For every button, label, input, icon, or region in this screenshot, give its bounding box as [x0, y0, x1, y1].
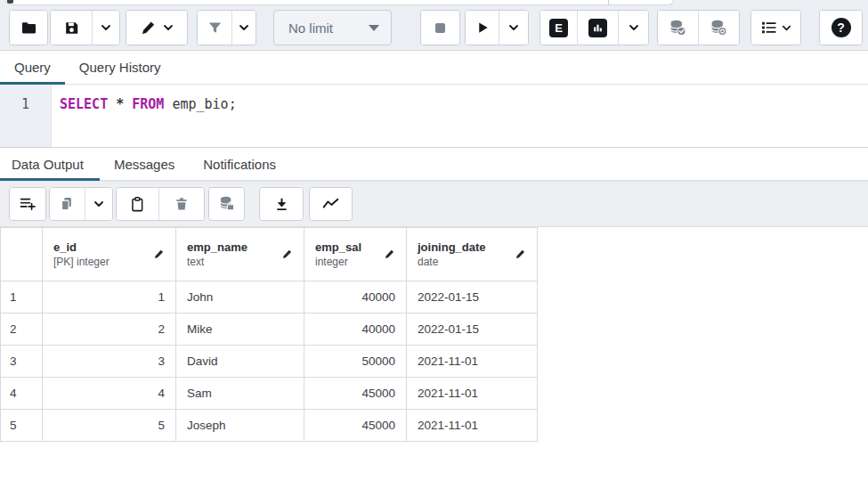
download-icon	[273, 196, 290, 213]
save-data-button[interactable]	[209, 188, 244, 220]
explain-button[interactable]: E	[540, 11, 577, 45]
column-header-emp-name[interactable]: emp_name text	[176, 228, 304, 281]
cell-emp-sal[interactable]: 50000	[304, 346, 407, 378]
table-row: 33David500002021-11-01	[1, 346, 538, 378]
cell-joining-date[interactable]: 2022-01-15	[407, 281, 538, 314]
tab-data-output[interactable]: Data Output	[0, 148, 100, 180]
rollback-db-refresh-icon	[710, 19, 728, 37]
folder-icon	[20, 20, 37, 37]
top-remnant-divider	[608, 0, 609, 5]
stop-button[interactable]	[421, 11, 459, 45]
column-header-emp-sal[interactable]: emp_sal integer	[304, 228, 407, 281]
cell-emp-sal[interactable]: 40000	[304, 281, 407, 314]
column-header-joining-date[interactable]: joining_date date	[407, 228, 538, 281]
rollback-button[interactable]	[698, 11, 739, 45]
edit-column-icon[interactable]	[378, 248, 395, 260]
cell-e-id[interactable]: 3	[43, 346, 176, 378]
row-number[interactable]: 2	[1, 314, 43, 346]
edit-column-icon[interactable]	[276, 248, 293, 260]
chevron-down-icon	[101, 22, 111, 33]
row-number[interactable]: 3	[1, 346, 43, 378]
column-name: emp_name	[187, 240, 247, 256]
query-tabbar: Query Query History	[0, 51, 868, 85]
filter-button[interactable]	[198, 11, 231, 45]
add-row-icon	[19, 195, 37, 213]
stop-square-icon	[432, 20, 449, 37]
cell-joining-date[interactable]: 2021-11-01	[407, 378, 538, 410]
filter-funnel-icon	[207, 20, 223, 37]
tab-query[interactable]: Query	[0, 51, 65, 84]
cell-emp-name[interactable]: Joseph	[176, 410, 304, 442]
add-row-button[interactable]	[10, 188, 45, 220]
cell-emp-name[interactable]: John	[176, 281, 304, 314]
column-header-e-id[interactable]: e_id [PK] integer	[43, 228, 176, 281]
row-limit-select[interactable]: No limit	[273, 10, 392, 45]
column-type: integer	[315, 255, 361, 269]
edit-column-icon[interactable]	[148, 248, 165, 260]
explain-menu-button[interactable]	[618, 11, 648, 45]
download-csv-button[interactable]	[260, 188, 303, 220]
explain-analyze-button[interactable]	[577, 11, 618, 45]
cell-emp-name[interactable]: Sam	[176, 378, 304, 410]
tab-query-history[interactable]: Query History	[65, 51, 175, 84]
explain-e-icon: E	[549, 19, 568, 37]
cell-joining-date[interactable]: 2022-01-15	[407, 314, 538, 346]
cell-emp-sal[interactable]: 45000	[304, 378, 407, 410]
table-row: 11John400002022-01-15	[1, 281, 538, 314]
cell-emp-name[interactable]: David	[176, 346, 304, 378]
paste-button[interactable]	[117, 188, 158, 220]
row-number[interactable]: 5	[1, 410, 43, 442]
cell-e-id[interactable]: 5	[43, 410, 176, 442]
grid-body: 11John400002022-01-1522Mike400002022-01-…	[1, 281, 538, 442]
cell-emp-sal[interactable]: 40000	[304, 314, 407, 346]
column-type: [PK] integer	[53, 255, 110, 269]
sql-code-line[interactable]: SELECT * FROM emp_bio;	[52, 85, 868, 147]
sql-identifier: emp_bio;	[164, 96, 236, 112]
delete-button[interactable]	[158, 188, 204, 220]
cell-emp-name[interactable]: Mike	[176, 314, 304, 346]
cell-e-id[interactable]: 4	[43, 378, 176, 410]
cell-joining-date[interactable]: 2021-11-01	[407, 410, 538, 442]
grid-header-row: e_id [PK] integer emp_name text emp_sal …	[1, 228, 538, 281]
clipboard-icon	[129, 196, 146, 213]
cell-joining-date[interactable]: 2021-11-01	[407, 346, 538, 378]
table-row: 22Mike400002022-01-15	[1, 314, 538, 346]
sql-editor[interactable]: 1 SELECT * FROM emp_bio;	[0, 85, 868, 148]
help-button[interactable]: ?	[820, 11, 862, 45]
cell-e-id[interactable]: 2	[43, 314, 176, 346]
cell-emp-sal[interactable]: 45000	[304, 410, 407, 442]
edit-menu-button[interactable]	[126, 11, 187, 45]
tab-notifications[interactable]: Notifications	[189, 148, 290, 180]
column-name: joining_date	[418, 240, 486, 256]
macros-button[interactable]	[751, 11, 800, 45]
filter-menu-button[interactable]	[231, 11, 256, 45]
play-icon	[475, 20, 491, 36]
row-number[interactable]: 1	[1, 281, 43, 314]
table-row: 55Joseph450002021-11-01	[1, 410, 538, 442]
grid-corner-cell[interactable]	[1, 228, 43, 281]
column-name: emp_sal	[315, 240, 361, 256]
editor-gutter: 1	[0, 85, 52, 147]
edit-column-icon[interactable]	[509, 248, 526, 260]
top-remnant-panel	[5, 0, 674, 5]
open-file-button[interactable]	[10, 11, 47, 45]
commit-button[interactable]	[658, 11, 698, 45]
chevron-down-icon	[782, 23, 791, 33]
chevron-down-icon	[93, 199, 104, 209]
save-data-db-icon	[218, 195, 236, 213]
copy-button[interactable]	[50, 188, 85, 220]
macros-list-icon	[760, 19, 778, 37]
sql-keyword-select: SELECT	[60, 96, 108, 112]
sql-operator-star: *	[108, 96, 132, 112]
execute-menu-button[interactable]	[499, 11, 528, 45]
save-menu-button[interactable]	[92, 11, 119, 45]
execute-button[interactable]	[466, 11, 499, 45]
help-question-icon: ?	[831, 18, 851, 37]
graph-visualiser-button[interactable]	[310, 188, 352, 220]
copy-menu-button[interactable]	[85, 188, 112, 220]
row-number[interactable]: 4	[1, 378, 43, 410]
save-button[interactable]	[51, 11, 92, 45]
tab-messages[interactable]: Messages	[100, 148, 189, 180]
top-remnant-mark	[7, 0, 13, 4]
cell-e-id[interactable]: 1	[43, 281, 176, 314]
